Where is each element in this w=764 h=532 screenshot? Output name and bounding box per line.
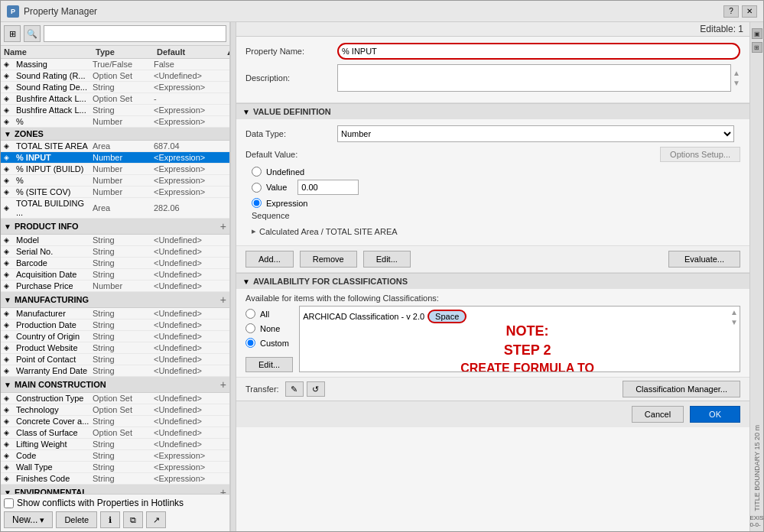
product-label: PRODUCT INFO [15, 222, 220, 231]
evaluate-button[interactable]: Evaluate... [668, 251, 740, 268]
item-country[interactable]: Country of Origin [16, 332, 93, 341]
item-soundr1-default: <Undefined> [154, 71, 223, 80]
item-technology[interactable]: Technology [16, 405, 93, 414]
item-concrete[interactable]: Concrete Cover a... [16, 417, 93, 426]
cancel-button[interactable]: Cancel [632, 406, 684, 423]
section-product-info[interactable]: ▼ PRODUCT INFO + [1, 219, 229, 235]
item-pctinput-name[interactable]: % INPUT [16, 153, 93, 162]
item-walltype[interactable]: Wall Type [16, 462, 93, 472]
radio-value[interactable] [252, 183, 262, 193]
item-finishes[interactable]: Finishes Code [16, 474, 93, 483]
new-button[interactable]: New... ▾ [4, 511, 53, 528]
item-pctinputbuild-name[interactable]: % INPUT (BUILD) [16, 164, 93, 174]
item-pct2-name[interactable]: % [16, 176, 93, 185]
item-lifting[interactable]: Lifting Weight [16, 440, 93, 449]
radio-all-row: All [245, 309, 293, 319]
seq-label: Sequence [252, 211, 290, 220]
radio-expression[interactable] [252, 198, 262, 208]
transfer-edit-icon[interactable]: ✎ [285, 381, 304, 397]
item-purchprice[interactable]: Purchase Price [16, 281, 93, 290]
item-acqdate[interactable]: Acquisition Date [16, 270, 93, 279]
item-totalsite-name[interactable]: TOTAL SITE AREA [16, 141, 93, 151]
item-soundr1-name[interactable]: Sound Rating (R... [16, 71, 93, 80]
right-side-panel: ▣ ⊞ TITLE BOUNDARY 15 20 m EXIS 0-0- [749, 22, 763, 531]
avail-label: Available for items with the following C… [245, 294, 740, 303]
side-tool-2[interactable]: ⊞ [752, 42, 762, 53]
grid-icon[interactable]: ⊞ [4, 25, 21, 42]
item-website[interactable]: Product Website [16, 343, 93, 352]
property-name-input[interactable] [337, 43, 740, 60]
item-serial[interactable]: Serial No. [16, 247, 93, 256]
section-manufacturing[interactable]: ▼ MANUFACTURING + [1, 292, 229, 308]
ok-button[interactable]: OK [690, 406, 740, 423]
radio-undefined[interactable] [252, 167, 262, 177]
item-consttype[interactable]: Construction Type [16, 394, 93, 403]
export-button[interactable]: ↗ [146, 511, 166, 528]
title-bar-controls: ? ✕ [723, 5, 757, 18]
value-definition-header[interactable]: ▼ VALUE DEFINITION [236, 104, 749, 119]
item-massing-name[interactable]: Massing [16, 60, 93, 69]
item-totalbldg-name[interactable]: TOTAL BUILDING ... [16, 199, 93, 217]
help-button[interactable]: ? [723, 5, 739, 18]
search-icon[interactable]: 🔍 [24, 25, 41, 42]
item-bushfire2-type: String [93, 105, 154, 115]
product-add-icon[interactable]: + [220, 220, 226, 232]
item-soundr2-name[interactable]: Sound Rating De... [16, 83, 93, 92]
radio-all[interactable] [245, 309, 255, 319]
copy-button[interactable]: ⧉ [123, 511, 143, 528]
avail-arrow-icon: ▼ [242, 277, 250, 286]
item-classsurface[interactable]: Class of Surface [16, 428, 93, 437]
availability-header[interactable]: ▼ AVAILABILITY FOR CLASSIFICATIONS [236, 274, 749, 289]
section-environmental[interactable]: ▼ ENVIRONMENTAL + [1, 485, 229, 494]
env-arrow-icon: ▼ [4, 488, 11, 495]
item-pct-name[interactable]: % [16, 117, 93, 126]
value-input[interactable] [297, 180, 359, 195]
close-button[interactable]: ✕ [742, 5, 757, 18]
item-sitecov-name[interactable]: % (SITE COV) [16, 187, 93, 196]
item-bushfire1-name[interactable]: Bushfire Attack L... [16, 94, 93, 103]
delete-button[interactable]: Delete [56, 511, 97, 528]
side-tool-1[interactable]: ▣ [752, 28, 762, 39]
edit-button[interactable]: Edit... [363, 251, 411, 268]
desc-scroll-up[interactable]: ▲ [733, 69, 740, 77]
transfer-undo-icon[interactable]: ↺ [307, 381, 325, 397]
col-name: Name [4, 47, 96, 57]
info-button[interactable]: ℹ [100, 511, 120, 528]
item-proddate[interactable]: Production Date [16, 320, 93, 329]
add-button[interactable]: Add... [245, 251, 294, 268]
sequence-value-row: ▸ Calculated Area / TOTAL SITE AREA [245, 223, 740, 239]
mainconstruct-label: MAIN CONSTRUCTION [15, 380, 220, 389]
property-list: ◈ Massing True/False False ◈ Sound Ratin… [1, 59, 229, 494]
search-input[interactable] [44, 25, 226, 42]
mainconstruct-add-icon[interactable]: + [220, 378, 226, 391]
section-zones[interactable]: ▼ ZONES [1, 128, 229, 141]
env-add-icon[interactable]: + [220, 486, 226, 494]
availability-section: ▼ AVAILABILITY FOR CLASSIFICATIONS Avail… [236, 273, 749, 377]
item-code[interactable]: Code [16, 451, 93, 460]
conflicts-checkbox[interactable] [4, 498, 14, 508]
desc-scroll-down[interactable]: ▼ [733, 79, 740, 87]
classif-edit-button[interactable]: Edit... [245, 357, 293, 372]
description-input[interactable] [337, 64, 731, 92]
description-row: Description: ▲ ▼ [245, 64, 740, 92]
list-scroll-down[interactable]: ▼ [730, 318, 738, 326]
panel-divider[interactable] [230, 22, 236, 531]
item-model[interactable]: Model [16, 235, 93, 245]
default-value-row: Default Value: Options Setup... [245, 147, 740, 162]
radio-custom[interactable] [245, 338, 255, 348]
manuf-add-icon[interactable]: + [220, 294, 226, 306]
data-type-select[interactable]: Number String Boolean Area Option Set [337, 125, 734, 142]
list-scroll-up[interactable]: ▲ [730, 308, 738, 316]
item-barcode[interactable]: Barcode [16, 258, 93, 268]
item-manufacturer[interactable]: Manufacturer [16, 309, 93, 318]
item-soundr2-type: String [93, 83, 154, 92]
radio-none[interactable] [245, 323, 255, 333]
item-warranty[interactable]: Warranty End Date [16, 366, 93, 375]
item-bushfire2-name[interactable]: Bushfire Attack L... [16, 105, 93, 115]
item-massing-default: False [154, 60, 223, 69]
classification-manager-button[interactable]: Classification Manager... [623, 381, 740, 397]
item-contact[interactable]: Point of Contact [16, 355, 93, 364]
options-setup-button[interactable]: Options Setup... [660, 147, 740, 162]
section-main-construction[interactable]: ▼ MAIN CONSTRUCTION + [1, 377, 229, 393]
remove-button[interactable]: Remove [300, 251, 357, 268]
